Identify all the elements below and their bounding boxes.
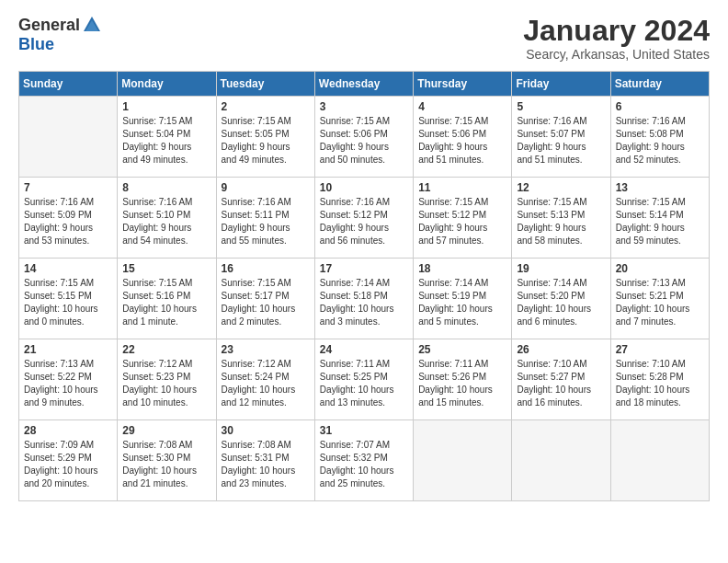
day-number: 8 <box>122 181 210 194</box>
day-info: Sunrise: 7:14 AM Sunset: 5:20 PM Dayligh… <box>517 277 605 328</box>
day-cell: 31Sunrise: 7:07 AM Sunset: 5:32 PM Dayli… <box>314 420 413 501</box>
calendar-table: SundayMondayTuesdayWednesdayThursdayFrid… <box>18 71 710 501</box>
day-cell: 24Sunrise: 7:11 AM Sunset: 5:25 PM Dayli… <box>314 339 413 420</box>
column-header-thursday: Thursday <box>414 72 512 97</box>
day-cell: 21Sunrise: 7:13 AM Sunset: 5:22 PM Dayli… <box>19 339 118 420</box>
week-row-3: 14Sunrise: 7:15 AM Sunset: 5:15 PM Dayli… <box>19 259 710 339</box>
day-cell <box>19 97 118 178</box>
day-number: 10 <box>320 181 408 194</box>
day-info: Sunrise: 7:15 AM Sunset: 5:13 PM Dayligh… <box>517 196 605 247</box>
day-cell: 27Sunrise: 7:10 AM Sunset: 5:28 PM Dayli… <box>610 339 709 420</box>
day-info: Sunrise: 7:15 AM Sunset: 5:14 PM Dayligh… <box>616 196 704 247</box>
day-cell <box>512 420 610 501</box>
day-cell <box>414 420 512 501</box>
day-number: 13 <box>616 181 704 194</box>
day-cell: 20Sunrise: 7:13 AM Sunset: 5:21 PM Dayli… <box>610 259 709 339</box>
day-number: 26 <box>517 343 605 356</box>
day-number: 18 <box>418 262 506 275</box>
day-info: Sunrise: 7:12 AM Sunset: 5:24 PM Dayligh… <box>222 358 310 409</box>
day-cell: 22Sunrise: 7:12 AM Sunset: 5:23 PM Dayli… <box>118 339 216 420</box>
day-number: 6 <box>616 100 704 113</box>
column-header-wednesday: Wednesday <box>314 72 413 97</box>
day-info: Sunrise: 7:15 AM Sunset: 5:06 PM Dayligh… <box>320 115 408 167</box>
day-number: 19 <box>517 262 605 275</box>
page: General Blue January 2024 Searcy, Arkans… <box>0 0 728 511</box>
day-info: Sunrise: 7:16 AM Sunset: 5:11 PM Dayligh… <box>222 196 310 247</box>
day-info: Sunrise: 7:10 AM Sunset: 5:28 PM Dayligh… <box>616 358 704 409</box>
day-info: Sunrise: 7:11 AM Sunset: 5:25 PM Dayligh… <box>320 358 408 409</box>
day-info: Sunrise: 7:10 AM Sunset: 5:27 PM Dayligh… <box>517 358 605 409</box>
day-cell: 16Sunrise: 7:15 AM Sunset: 5:17 PM Dayli… <box>216 259 314 339</box>
day-number: 21 <box>24 343 112 356</box>
day-info: Sunrise: 7:15 AM Sunset: 5:17 PM Dayligh… <box>222 277 310 328</box>
day-number: 5 <box>517 100 605 113</box>
day-info: Sunrise: 7:08 AM Sunset: 5:30 PM Dayligh… <box>122 439 210 490</box>
day-number: 11 <box>418 181 506 194</box>
day-number: 28 <box>24 424 112 437</box>
day-number: 23 <box>222 343 310 356</box>
day-number: 4 <box>418 100 506 113</box>
day-number: 15 <box>122 262 210 275</box>
logo: General Blue <box>18 15 102 54</box>
day-cell: 14Sunrise: 7:15 AM Sunset: 5:15 PM Dayli… <box>19 259 118 339</box>
column-header-friday: Friday <box>512 72 610 97</box>
day-number: 31 <box>320 424 408 437</box>
day-number: 16 <box>222 262 310 275</box>
day-cell: 15Sunrise: 7:15 AM Sunset: 5:16 PM Dayli… <box>118 259 216 339</box>
day-number: 27 <box>616 343 704 356</box>
column-header-sunday: Sunday <box>19 72 118 97</box>
day-number: 24 <box>320 343 408 356</box>
day-number: 20 <box>616 262 704 275</box>
day-info: Sunrise: 7:11 AM Sunset: 5:26 PM Dayligh… <box>418 358 506 409</box>
day-number: 3 <box>320 100 408 113</box>
day-cell: 2Sunrise: 7:15 AM Sunset: 5:05 PM Daylig… <box>216 97 314 178</box>
day-cell: 11Sunrise: 7:15 AM Sunset: 5:12 PM Dayli… <box>414 178 512 259</box>
day-cell: 17Sunrise: 7:14 AM Sunset: 5:18 PM Dayli… <box>314 259 413 339</box>
header-row: SundayMondayTuesdayWednesdayThursdayFrid… <box>19 72 710 97</box>
day-info: Sunrise: 7:13 AM Sunset: 5:22 PM Dayligh… <box>24 358 112 409</box>
day-number: 12 <box>517 181 605 194</box>
logo-general-text: General <box>18 16 80 35</box>
day-cell: 8Sunrise: 7:16 AM Sunset: 5:10 PM Daylig… <box>118 178 216 259</box>
day-cell: 7Sunrise: 7:16 AM Sunset: 5:09 PM Daylig… <box>19 178 118 259</box>
title-area: January 2024 Searcy, Arkansas, United St… <box>523 15 710 62</box>
column-header-monday: Monday <box>118 72 216 97</box>
header: General Blue January 2024 Searcy, Arkans… <box>18 15 710 62</box>
day-cell: 18Sunrise: 7:14 AM Sunset: 5:19 PM Dayli… <box>414 259 512 339</box>
day-cell: 29Sunrise: 7:08 AM Sunset: 5:30 PM Dayli… <box>118 420 216 501</box>
day-cell: 26Sunrise: 7:10 AM Sunset: 5:27 PM Dayli… <box>512 339 610 420</box>
week-row-1: 1Sunrise: 7:15 AM Sunset: 5:04 PM Daylig… <box>19 97 710 178</box>
day-number: 7 <box>24 181 112 194</box>
day-cell: 6Sunrise: 7:16 AM Sunset: 5:08 PM Daylig… <box>610 97 709 178</box>
day-cell: 19Sunrise: 7:14 AM Sunset: 5:20 PM Dayli… <box>512 259 610 339</box>
day-cell: 23Sunrise: 7:12 AM Sunset: 5:24 PM Dayli… <box>216 339 314 420</box>
day-number: 22 <box>122 343 210 356</box>
day-number: 14 <box>24 262 112 275</box>
day-info: Sunrise: 7:13 AM Sunset: 5:21 PM Dayligh… <box>616 277 704 328</box>
day-info: Sunrise: 7:12 AM Sunset: 5:23 PM Dayligh… <box>122 358 210 409</box>
day-number: 2 <box>222 100 310 113</box>
day-info: Sunrise: 7:09 AM Sunset: 5:29 PM Dayligh… <box>24 439 112 490</box>
location: Searcy, Arkansas, United States <box>523 47 710 62</box>
day-info: Sunrise: 7:14 AM Sunset: 5:18 PM Dayligh… <box>320 277 408 328</box>
day-number: 9 <box>222 181 310 194</box>
day-info: Sunrise: 7:07 AM Sunset: 5:32 PM Dayligh… <box>320 439 408 490</box>
day-number: 25 <box>418 343 506 356</box>
logo-blue-text: Blue <box>18 35 54 54</box>
month-title: January 2024 <box>523 15 710 47</box>
day-info: Sunrise: 7:16 AM Sunset: 5:10 PM Dayligh… <box>122 196 210 247</box>
day-info: Sunrise: 7:15 AM Sunset: 5:06 PM Dayligh… <box>418 115 506 167</box>
day-info: Sunrise: 7:15 AM Sunset: 5:12 PM Dayligh… <box>418 196 506 247</box>
column-header-tuesday: Tuesday <box>216 72 314 97</box>
day-cell: 1Sunrise: 7:15 AM Sunset: 5:04 PM Daylig… <box>118 97 216 178</box>
day-cell: 10Sunrise: 7:16 AM Sunset: 5:12 PM Dayli… <box>314 178 413 259</box>
week-row-5: 28Sunrise: 7:09 AM Sunset: 5:29 PM Dayli… <box>19 420 710 501</box>
week-row-4: 21Sunrise: 7:13 AM Sunset: 5:22 PM Dayli… <box>19 339 710 420</box>
logo-icon <box>82 15 102 35</box>
day-cell: 30Sunrise: 7:08 AM Sunset: 5:31 PM Dayli… <box>216 420 314 501</box>
day-number: 1 <box>122 100 210 113</box>
day-cell: 13Sunrise: 7:15 AM Sunset: 5:14 PM Dayli… <box>610 178 709 259</box>
day-info: Sunrise: 7:16 AM Sunset: 5:12 PM Dayligh… <box>320 196 408 247</box>
day-info: Sunrise: 7:15 AM Sunset: 5:16 PM Dayligh… <box>122 277 210 328</box>
day-cell <box>610 420 709 501</box>
